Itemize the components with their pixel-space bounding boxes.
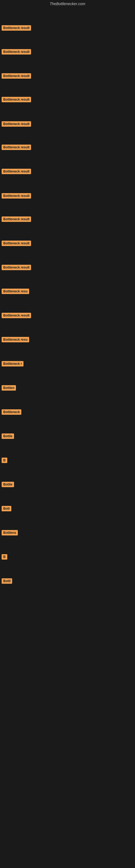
bottleneck-label-23[interactable]: B <box>2 554 7 560</box>
bottleneck-label-7[interactable]: Bottleneck result <box>2 169 31 174</box>
bottleneck-label-21[interactable]: Bott <box>2 506 11 511</box>
bottleneck-label-10[interactable]: Bottleneck result <box>2 241 31 246</box>
bottleneck-label-4[interactable]: Bottleneck result <box>2 97 31 102</box>
bottleneck-card-15: Bottleneck r <box>0 359 25 370</box>
bottleneck-label-9[interactable]: Bottleneck result <box>2 216 31 222</box>
site-title: TheBottlenecker.com <box>0 0 135 8</box>
bottleneck-label-5[interactable]: Bottleneck result <box>2 121 31 127</box>
bottleneck-label-15[interactable]: Bottleneck r <box>2 361 24 367</box>
bottleneck-card-9: Bottleneck result <box>0 214 33 225</box>
bottleneck-card-22: Bottlens <box>0 528 19 539</box>
bottleneck-label-1[interactable]: Bottleneck result <box>2 25 31 31</box>
bottleneck-card-20: Bottle <box>0 479 16 490</box>
bottleneck-label-12[interactable]: Bottleneck resu <box>2 289 29 294</box>
bottleneck-card-7: Bottleneck result <box>0 166 33 177</box>
bottleneck-card-13: Bottleneck result <box>0 311 33 321</box>
bottleneck-label-8[interactable]: Bottleneck result <box>2 193 31 198</box>
bottleneck-card-3: Bottleneck result <box>0 71 33 82</box>
bottleneck-card-24: Bottl <box>0 576 14 587</box>
bottleneck-label-2[interactable]: Bottleneck result <box>2 49 31 55</box>
bottleneck-label-19[interactable]: B <box>2 458 7 463</box>
bottleneck-card-12: Bottleneck resu <box>0 286 31 297</box>
bottleneck-card-10: Bottleneck result <box>0 239 33 249</box>
bottleneck-card-14: Bottleneck resu <box>0 335 31 346</box>
bottleneck-card-6: Bottleneck result <box>0 143 33 153</box>
bottleneck-card-17: Bottleneck <box>0 407 23 418</box>
bottleneck-label-18[interactable]: Bottle <box>2 433 14 439</box>
bottleneck-label-6[interactable]: Bottleneck result <box>2 145 31 150</box>
cards-container: Bottleneck resultBottleneck resultBottle… <box>0 8 135 868</box>
bottleneck-card-11: Bottleneck result <box>0 262 33 273</box>
bottleneck-card-19: B <box>0 456 9 466</box>
bottleneck-card-16: Bottlen <box>0 383 17 394</box>
bottleneck-label-11[interactable]: Bottleneck result <box>2 265 31 270</box>
page-wrapper: TheBottlenecker.com Bottleneck resultBot… <box>0 0 135 868</box>
bottleneck-card-4: Bottleneck result <box>0 95 33 105</box>
bottleneck-card-18: Bottle <box>0 431 16 442</box>
bottleneck-label-14[interactable]: Bottleneck resu <box>2 337 29 342</box>
bottleneck-label-3[interactable]: Bottleneck result <box>2 73 31 79</box>
bottleneck-label-22[interactable]: Bottlens <box>2 530 18 535</box>
bottleneck-card-2: Bottleneck result <box>0 47 33 58</box>
bottleneck-label-16[interactable]: Bottlen <box>2 385 16 391</box>
bottleneck-label-17[interactable]: Bottleneck <box>2 409 21 415</box>
bottleneck-card-21: Bott <box>0 504 13 515</box>
bottleneck-card-5: Bottleneck result <box>0 119 33 130</box>
bottleneck-card-8: Bottleneck result <box>0 191 33 202</box>
bottleneck-label-13[interactable]: Bottleneck result <box>2 313 31 318</box>
bottleneck-card-1: Bottleneck result <box>0 23 33 34</box>
bottleneck-label-20[interactable]: Bottle <box>2 482 14 487</box>
bottleneck-label-24[interactable]: Bottl <box>2 578 12 584</box>
bottleneck-card-23: B <box>0 552 9 563</box>
